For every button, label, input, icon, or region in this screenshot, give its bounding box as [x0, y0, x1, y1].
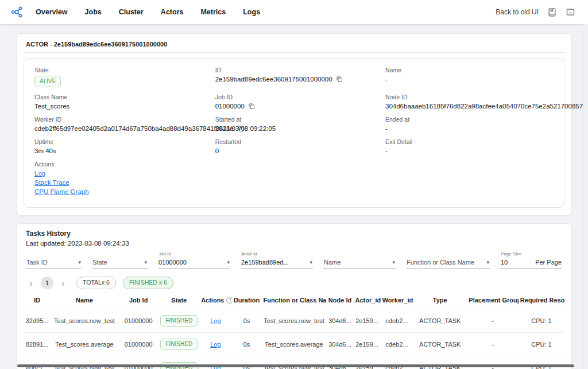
cell-job_id: 01000000 — [118, 333, 159, 356]
actor-id-filter[interactable]: Actor Id 2e159bad89ed... ▾ — [241, 257, 313, 269]
col-type: Type — [413, 292, 467, 309]
actor-info-card: State ALIVE ID 2e159bad89edc6ee360917500… — [24, 58, 564, 208]
cell-duration: 0s — [232, 333, 262, 356]
field-ended-at: Ended at - — [383, 113, 556, 135]
col-actions: Actions? — [199, 292, 232, 309]
vertical-scrollbar[interactable] — [583, 24, 588, 369]
tasks-table-body: 32d95...Test_scores.new_test01000000FINI… — [24, 309, 564, 369]
field-worker-id: Worker ID cdeb2ff65d97ee02405d2a0174d67a… — [32, 113, 213, 135]
name-filter[interactable]: Name ▾ — [323, 257, 396, 269]
cell-node_id: 304d6... — [326, 309, 353, 333]
field-actions: Actions Log Stack Trace CPU Flame Graph — [32, 158, 556, 201]
back-to-old-ui-link[interactable]: Back to old UI — [496, 8, 539, 16]
cell-job_id: 01000000 — [118, 309, 159, 333]
cell-type: ACTOR_TASK — [413, 309, 467, 333]
tab-jobs[interactable]: Jobs — [85, 8, 102, 16]
col-worker-id: Worker_id — [381, 292, 413, 309]
field-state: State ALIVE — [32, 64, 213, 91]
tab-metrics[interactable]: Metrics — [200, 8, 226, 16]
chevron-down-icon: ▾ — [305, 259, 312, 265]
tab-overview[interactable]: Overview — [36, 8, 68, 16]
nav-right: Back to old UI — [496, 7, 575, 17]
field-node-id: Node ID 304d6baaaeb16185f76d822a98acfee4… — [383, 91, 556, 113]
stack-trace-link[interactable]: Stack Trace — [34, 179, 69, 186]
field-exit-detail: Exit Detail - — [383, 135, 556, 158]
function-or-class-filter[interactable]: Function or Class Name ▾ — [406, 257, 490, 269]
table-row: 32d95...Test_scores.new_test01000000FINI… — [24, 309, 564, 333]
field-restarted: Restarted 0 — [213, 135, 383, 158]
col-actor-id: Actor_id — [354, 292, 381, 309]
actor-started-at-value: 2023/03/08 09:22:05 — [215, 125, 381, 132]
cell-state: FINISHED — [158, 309, 199, 333]
cell-actor_id: 2e159... — [354, 333, 381, 356]
task-log-link[interactable]: Log — [210, 341, 220, 348]
feedback-icon[interactable] — [566, 7, 575, 17]
col-duration: Duration — [232, 292, 262, 309]
actor-section-title: ACTOR - 2e159bad89edc6ee3609175001000000 — [24, 39, 564, 53]
actor-fields-grid: State ALIVE ID 2e159bad89edc6ee360917500… — [32, 64, 556, 201]
actor-uptime-value: 3m 40s — [34, 147, 211, 154]
finished-count-badge: FINISHED x 6 — [123, 277, 173, 289]
copy-icon[interactable] — [248, 103, 255, 110]
tab-actors[interactable]: Actors — [161, 8, 184, 16]
cell-func: Test_scores.new_test — [261, 309, 326, 333]
horizontal-scrollbar[interactable] — [17, 364, 574, 367]
page-number-button[interactable]: 1 — [41, 277, 53, 289]
tasks-filter-row: Task ID ▾ State ▾ Job Id 01000000 ▾ Acto… — [26, 257, 562, 269]
actor-id-value: 2e159bad89edc6ee3609175001000000 — [215, 76, 332, 83]
top-nav: Overview Jobs Cluster Actors Metrics Log… — [0, 0, 588, 24]
ray-logo-icon — [10, 6, 23, 18]
nav-tabs: Overview Jobs Cluster Actors Metrics Log… — [36, 8, 260, 16]
cell-name: Test_scores.new_test — [51, 309, 118, 333]
cell-node_id: 304d6... — [326, 333, 353, 356]
col-job-id: Job Id — [118, 292, 159, 309]
cell-duration: 0s — [232, 309, 262, 333]
field-class-name: Class Name Test_scores — [32, 91, 213, 113]
actor-restarted-value: 0 — [215, 147, 381, 154]
prev-page-button[interactable]: ‹ — [25, 279, 37, 288]
state-filter[interactable]: State ▾ — [92, 257, 148, 269]
help-icon[interactable]: ? — [226, 297, 231, 304]
actor-action-links: Log Stack Trace CPU Flame Graph — [34, 170, 554, 195]
tab-logs[interactable]: Logs — [243, 8, 260, 16]
task-state-badge: FINISHED — [160, 339, 198, 350]
col-placement-group: Placement Group Id — [467, 292, 518, 309]
col-required-resources: Required Resources — [519, 292, 564, 309]
task-log-link[interactable]: Log — [210, 317, 220, 324]
actor-ended-at-value: - — [385, 125, 554, 132]
field-started-at: Started at 2023/03/08 09:22:05 — [213, 113, 383, 135]
page-size-input[interactable]: Page Size 10 Per Page — [500, 257, 562, 269]
copy-icon[interactable] — [336, 76, 343, 83]
actor-node-id-value: 304d6baaaeb16185f76d822a98acfee4a054070c… — [385, 103, 586, 110]
cell-state: FINISHED — [158, 333, 199, 356]
next-page-button[interactable]: › — [57, 279, 69, 288]
chevron-down-icon: ▾ — [388, 259, 395, 265]
job-id-filter[interactable]: Job Id 01000000 ▾ — [158, 257, 230, 269]
ray-dashboard: Overview Jobs Cluster Actors Metrics Log… — [0, 0, 588, 369]
tasks-history-panel: Tasks History Last updated: 2023-03-08 0… — [16, 223, 572, 369]
cell-resources: CPU: 1 — [519, 309, 564, 333]
last-updated-text: Last updated: 2023-03-08 09:24:33 — [24, 239, 564, 248]
task-id-filter[interactable]: Task ID ▾ — [26, 257, 82, 269]
cell-action: Log — [199, 309, 232, 333]
tab-cluster[interactable]: Cluster — [119, 8, 144, 16]
tasks-table: ID Name Job Id State Actions? Duration F… — [24, 292, 564, 369]
cell-resources: CPU: 1 — [519, 333, 564, 356]
table-row: 82891...Test_scores.average01000000FINIS… — [24, 333, 564, 356]
chevron-down-icon: ▾ — [222, 259, 230, 265]
cell-id: 82891... — [24, 333, 51, 356]
actor-job-id-value: 01000000 — [215, 103, 245, 110]
actor-name-value: - — [385, 76, 554, 83]
cpu-flame-graph-link[interactable]: CPU Flame Graph — [34, 188, 89, 195]
cell-worker_id: cdeb2... — [381, 309, 413, 333]
cell-worker_id: cdeb2... — [381, 333, 413, 356]
tasks-history-title: Tasks History — [24, 229, 564, 239]
cell-placement_group: - — [467, 333, 518, 356]
actor-class-name-value: Test_scores — [34, 103, 211, 110]
task-state-badge: FINISHED — [160, 315, 198, 327]
total-count-badge: TOTALx 6 — [76, 277, 116, 289]
actor-exit-detail-value: - — [385, 147, 554, 154]
docs-book-icon[interactable] — [547, 7, 557, 17]
chevron-down-icon: ▾ — [140, 259, 147, 265]
log-link[interactable]: Log — [34, 170, 45, 177]
